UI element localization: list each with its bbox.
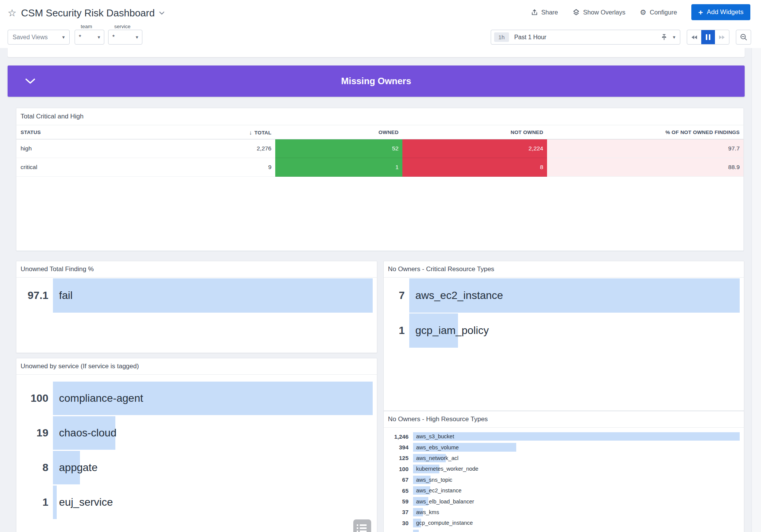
service-filter-label: service bbox=[113, 24, 132, 29]
page-title[interactable]: CSM Security Risk Dashboard bbox=[21, 7, 155, 19]
pause-icon bbox=[706, 34, 710, 40]
toplist-row[interactable]: 125aws_network_acl bbox=[388, 453, 740, 463]
group-title: Missing Owners bbox=[341, 76, 411, 86]
saved-views-dropdown[interactable]: Saved Views ▾ bbox=[8, 30, 70, 45]
column-header-status[interactable]: STATUS bbox=[16, 129, 215, 135]
toplist-bar-track: aws_ebs_volume bbox=[413, 442, 740, 452]
time-forward-button[interactable] bbox=[715, 30, 729, 44]
toplist-label: aws_kms bbox=[416, 509, 439, 515]
toplist-row[interactable]: 65aws_ec2_instance bbox=[388, 485, 740, 496]
list-icon-row bbox=[357, 530, 371, 532]
toplist-row[interactable]: 59aws_elb_load_balancer bbox=[388, 496, 740, 506]
toplist-row[interactable]: 100compliance-agent bbox=[21, 382, 373, 415]
legend-list-button[interactable] bbox=[353, 519, 371, 532]
dropdown-arrow-icon: ▾ bbox=[62, 34, 65, 40]
toplist-row[interactable]: 1,246aws_s3_bucket bbox=[388, 431, 740, 442]
toplist-value: 1 bbox=[388, 313, 405, 348]
dropdown-arrow-icon: ▾ bbox=[97, 34, 100, 40]
toplist-row[interactable]: 7aws_ec2_instance bbox=[388, 278, 740, 313]
table-cell-pct: 97.7 bbox=[547, 139, 743, 158]
favorite-star-icon[interactable]: ☆ bbox=[8, 8, 16, 18]
toplist-bar-track: aws_network_acl bbox=[413, 453, 740, 463]
toplist-row[interactable]: 1euj_service bbox=[21, 486, 373, 519]
configure-button[interactable]: ⚙ Configure bbox=[640, 9, 677, 16]
plus-icon: + bbox=[698, 8, 703, 16]
service-filter-dropdown[interactable]: * ▾ bbox=[108, 30, 142, 45]
header-actions: Share Show Overlays ⚙ Configure + Add Wi… bbox=[531, 4, 750, 21]
dashboard-canvas: Missing Owners Total Critical and High S… bbox=[0, 48, 761, 532]
toplist-row[interactable]: 37aws_kms bbox=[388, 507, 740, 518]
toplist-value: 125 bbox=[388, 453, 408, 463]
toplist-row[interactable]: 394aws_ebs_volume bbox=[388, 442, 740, 452]
table-cell-notowned: 8 bbox=[402, 158, 547, 177]
toplist-row[interactable]: 19chaos-cloud bbox=[21, 416, 373, 450]
toplist-label: fail bbox=[59, 289, 73, 302]
list-icon bbox=[357, 524, 371, 526]
zoom-out-button[interactable] bbox=[736, 30, 751, 45]
toplist-label: compliance-agent bbox=[59, 392, 143, 404]
show-overlays-label: Show Overlays bbox=[583, 9, 625, 16]
toplist-row[interactable]: 67aws_sns_topic bbox=[388, 474, 740, 485]
column-header-total[interactable]: ↓TOTAL bbox=[215, 129, 275, 136]
toplist-row[interactable]: 97.1fail bbox=[21, 278, 373, 313]
toplist-row[interactable]: 1gcp_iam_policy bbox=[388, 313, 740, 348]
title-chevron-down-icon[interactable] bbox=[159, 11, 164, 15]
configure-label: Configure bbox=[650, 9, 677, 16]
show-overlays-button[interactable]: Show Overlays bbox=[573, 9, 625, 16]
layers-icon bbox=[573, 9, 580, 16]
toplist-label: euj_service bbox=[59, 496, 113, 508]
missing-owners-group-header[interactable]: Missing Owners bbox=[8, 66, 745, 97]
time-range-picker[interactable]: 1h Past 1 Hour ▾ bbox=[491, 30, 680, 45]
toplist-row[interactable]: 22aws_acm bbox=[388, 529, 740, 532]
gear-icon: ⚙ bbox=[640, 9, 646, 16]
toplist-value: 37 bbox=[388, 507, 408, 518]
toplist-rows: 7aws_ec2_instance1gcp_iam_policy bbox=[385, 278, 743, 409]
column-header-not-owned[interactable]: NOT OWNED bbox=[402, 129, 547, 135]
time-pause-button[interactable] bbox=[701, 30, 715, 44]
time-backward-button[interactable] bbox=[687, 30, 701, 44]
toplist-label: aws_ec2_instance bbox=[416, 487, 461, 494]
toplist-label: chaos-cloud bbox=[59, 427, 116, 439]
toplist-rows: 100compliance-agent19chaos-cloud8appgate… bbox=[18, 375, 376, 532]
pin-icon[interactable] bbox=[661, 34, 667, 40]
toplist-value: 22 bbox=[388, 529, 408, 532]
table-cell-notowned: 2,224 bbox=[402, 139, 547, 158]
widget-title: Total Critical and High bbox=[16, 108, 743, 125]
widget-title: No Owners - Critical Resource Types bbox=[384, 261, 744, 278]
toplist-label: aws_network_acl bbox=[416, 455, 458, 461]
toplist-value: 19 bbox=[21, 416, 48, 450]
toplist-rows: 97.1fail bbox=[18, 278, 376, 351]
toplist-bar bbox=[413, 432, 740, 441]
table-row[interactable]: critical91888.9 bbox=[16, 158, 743, 177]
saved-views-label: Saved Views bbox=[13, 34, 48, 41]
table-row[interactable]: high2,276522,22497.7 bbox=[16, 139, 743, 158]
share-label: Share bbox=[541, 9, 558, 16]
table-cell-status: high bbox=[16, 139, 215, 158]
toplist-bar-track: chaos-cloud bbox=[53, 416, 373, 450]
scrollbar-gutter[interactable] bbox=[751, 48, 761, 532]
table-cell-status: critical bbox=[16, 158, 215, 177]
column-header-owned[interactable]: OWNED bbox=[275, 129, 402, 135]
team-filter-value: * bbox=[79, 34, 81, 41]
time-range-badge: 1h bbox=[494, 32, 509, 42]
unowned-by-service-widget: Unowned by service (If service is tagged… bbox=[16, 358, 377, 532]
collapse-chevron-down-icon[interactable] bbox=[25, 78, 35, 84]
toplist-row[interactable]: 30gcp_compute_instance bbox=[388, 518, 740, 528]
toplist-row[interactable]: 100kubernetes_worker_node bbox=[388, 463, 740, 474]
add-widgets-button[interactable]: + Add Widgets bbox=[691, 4, 750, 20]
toplist-label: gcp_compute_instance bbox=[416, 520, 473, 526]
team-filter-dropdown[interactable]: * ▾ bbox=[75, 30, 104, 45]
time-dropdown-arrow-icon[interactable]: ▾ bbox=[673, 34, 675, 40]
toplist-bar-track: compliance-agent bbox=[53, 382, 373, 415]
add-widgets-label: Add Widgets bbox=[707, 8, 743, 16]
toplist-row[interactable]: 8appgate bbox=[21, 451, 373, 484]
toplist-value: 100 bbox=[388, 463, 408, 474]
column-header-pct-not-owned[interactable]: % OF NOT OWNED FINDINGS bbox=[547, 129, 743, 135]
share-button[interactable]: Share bbox=[531, 9, 558, 16]
unowned-total-finding-widget: Unowned Total Finding % 97.1fail bbox=[16, 261, 377, 353]
no-owners-critical-resource-types-widget: No Owners - Critical Resource Types 7aws… bbox=[383, 261, 744, 411]
toplist-value: 65 bbox=[388, 485, 408, 496]
toplist-label: aws_ebs_volume bbox=[416, 444, 459, 451]
toplist-value: 100 bbox=[21, 382, 48, 415]
toplist-value: 59 bbox=[388, 496, 408, 506]
